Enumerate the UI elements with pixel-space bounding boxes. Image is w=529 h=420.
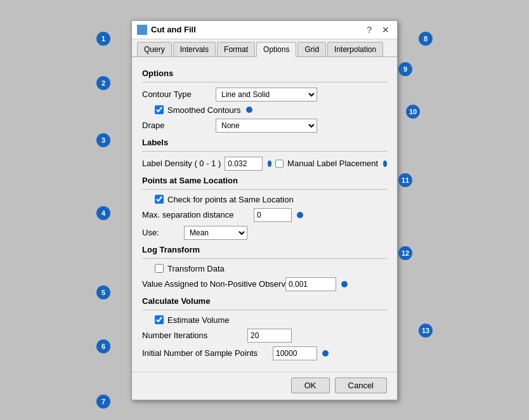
sample-dot: [322, 350, 329, 357]
close-button[interactable]: ✕: [379, 25, 392, 35]
title-bar-left: Cut and Fill: [137, 25, 196, 35]
estimate-label: Estimate Volume: [167, 315, 230, 325]
manual-checkbox[interactable]: [275, 159, 284, 168]
drape-select[interactable]: None Surface Volume: [216, 119, 317, 133]
contour-type-select[interactable]: Line and Solid Line Only Solid Only: [216, 88, 317, 102]
annotation-7: 7: [96, 395, 110, 409]
density-label: Label Density ( 0 - 1 ): [142, 159, 221, 168]
tab-intervals[interactable]: Intervals: [173, 42, 216, 56]
iter-input[interactable]: [247, 329, 292, 343]
sample-row: Initial Number of Sample Points: [142, 346, 387, 360]
nonpos-input[interactable]: [285, 277, 336, 291]
use-label: Use:: [142, 228, 180, 237]
content-area: Options Contour Type Line and Solid Line…: [132, 57, 397, 372]
smoothed-label: Smoothed Contours: [167, 105, 241, 115]
annotation-11: 11: [398, 173, 412, 187]
contour-type-label: Contour Type: [142, 89, 212, 99]
labels-row: Label Density ( 0 - 1 ) Manual Label Pla…: [142, 157, 387, 171]
drape-row: Drape None Surface Volume: [142, 119, 387, 133]
tab-bar: Query Intervals Format Options Grid Inte…: [132, 39, 397, 57]
manual-dot: [383, 161, 387, 167]
labels-section-title: Labels: [142, 138, 387, 147]
annotation-9: 9: [398, 62, 412, 76]
title-bar: Cut and Fill ? ✕: [132, 21, 397, 39]
sample-label: Initial Number of Sample Points: [142, 348, 269, 358]
use-row: Use: Mean Minimum Maximum Sum: [142, 226, 387, 240]
iter-row: Number Iterations: [142, 329, 387, 343]
log-section-title: Log Transform: [142, 245, 387, 254]
nonpos-label: Value Assigned to Non-Positive Observati…: [142, 279, 282, 289]
tab-format[interactable]: Format: [217, 42, 255, 56]
transform-checkbox[interactable]: [155, 264, 164, 273]
smoothed-row: Smoothed Contours: [155, 105, 387, 115]
sep-label: Max. separation distance: [142, 210, 250, 220]
points-section-title: Points at Same Location: [142, 176, 387, 185]
density-dot: [268, 161, 271, 167]
iter-label: Number Iterations: [142, 331, 244, 340]
annotation-1: 1: [96, 32, 110, 46]
app-icon: [137, 25, 147, 35]
dialog: Cut and Fill ? ✕ Query Intervals Format …: [131, 20, 398, 400]
annotation-12: 12: [398, 246, 412, 260]
transform-label: Transform Data: [167, 264, 225, 273]
annotation-8: 8: [419, 32, 433, 46]
nonpos-dot: [341, 281, 348, 287]
options-section-title: Options: [142, 69, 387, 78]
use-select[interactable]: Mean Minimum Maximum Sum: [184, 226, 247, 240]
density-input[interactable]: [225, 157, 263, 171]
tab-options[interactable]: Options: [256, 42, 296, 57]
tab-grid[interactable]: Grid: [297, 42, 326, 56]
sep-distance-row: Max. separation distance: [142, 208, 387, 222]
footer: OK Cancel: [132, 372, 397, 400]
tab-interpolation[interactable]: Interpolation: [327, 42, 383, 56]
annotation-13: 13: [419, 324, 433, 338]
title-bar-right: ? ✕: [364, 25, 392, 35]
estimate-checkbox[interactable]: [155, 315, 164, 324]
annotation-5: 5: [96, 285, 110, 299]
drape-label: Drape: [142, 121, 212, 130]
smoothed-checkbox[interactable]: [155, 105, 164, 114]
tab-query[interactable]: Query: [137, 42, 172, 56]
manual-label: Manual Label Placement: [287, 159, 378, 168]
annotation-4: 4: [96, 206, 110, 220]
check-points-label: Check for points at Same Location: [167, 195, 294, 204]
window-title: Cut and Fill: [151, 25, 196, 34]
ok-button[interactable]: OK: [291, 377, 330, 393]
annotation-3: 3: [96, 133, 110, 147]
cancel-button[interactable]: Cancel: [335, 377, 387, 393]
help-button[interactable]: ?: [364, 25, 374, 35]
volume-section-title: Calculate Volume: [142, 296, 387, 306]
transform-row: Transform Data: [155, 264, 387, 273]
annotation-6: 6: [96, 339, 110, 353]
check-location-row: Check for points at Same Location: [155, 195, 387, 204]
nonpos-row: Value Assigned to Non-Positive Observati…: [142, 277, 387, 291]
contour-type-row: Contour Type Line and Solid Line Only So…: [142, 88, 387, 102]
annotation-10: 10: [406, 105, 420, 119]
smoothed-dot: [246, 107, 252, 113]
check-points-checkbox[interactable]: [155, 195, 164, 204]
sample-input[interactable]: [273, 346, 317, 360]
sep-dot: [297, 212, 303, 218]
sep-input[interactable]: [254, 208, 292, 222]
annotation-2: 2: [96, 76, 110, 90]
estimate-row: Estimate Volume: [155, 315, 387, 325]
